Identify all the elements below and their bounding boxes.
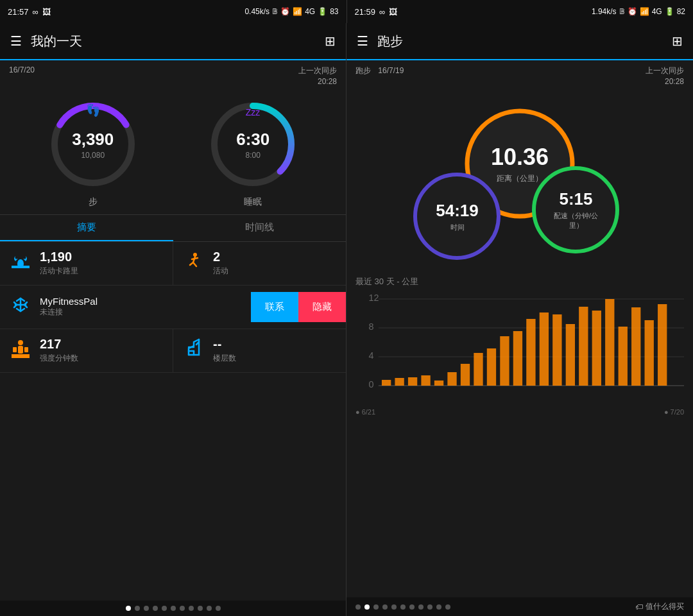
right-date: 16/7/19 xyxy=(378,66,404,75)
right-wifi-icon: 📶 xyxy=(640,7,649,16)
stats-grid: 1,190 活动卡路里 xyxy=(0,241,346,601)
left-date: 16/7/20 xyxy=(9,65,35,74)
dot-8[interactable] xyxy=(189,606,194,611)
svg-text:12: 12 xyxy=(368,293,379,303)
dot-2[interactable] xyxy=(135,606,140,611)
dot-5[interactable] xyxy=(162,606,167,611)
right-app-header: ☰ 跑步 ⊞ xyxy=(346,23,693,59)
dot-10[interactable] xyxy=(207,606,212,611)
right-dot-4[interactable] xyxy=(382,604,388,610)
calories-value: 1,190 xyxy=(40,250,78,264)
right-grid-icon[interactable]: ⊞ xyxy=(672,33,683,49)
calories-icon xyxy=(9,250,32,277)
myfitness-buttons: 联系 隐藏 xyxy=(251,292,346,322)
right-date-sync: 跑步 16/7/19 上一次同步 20:28 xyxy=(346,60,693,90)
left-sync-time: 20:28 xyxy=(298,76,337,87)
brand-icon: 🏷 xyxy=(635,603,643,612)
stats-row-1: 1,190 活动卡路里 xyxy=(0,242,346,286)
steps-gauge: 👣 3,390 10,080 xyxy=(45,96,141,193)
right-dot-2[interactable] xyxy=(364,604,370,610)
right-dot-7[interactable] xyxy=(409,604,415,610)
chart-section: 最近 30 天 - 公里 12 8 4 0 xyxy=(346,270,693,597)
right-app-title: 跑步 xyxy=(377,33,403,50)
app-container: ☰ 我的一天 ⊞ 16/7/20 上一次同步 20:28 xyxy=(0,23,693,616)
right-bluetooth-icon: 𝔹 xyxy=(619,7,625,16)
dot-11[interactable] xyxy=(216,606,221,611)
right-dot-8[interactable] xyxy=(418,604,424,610)
svg-rect-39 xyxy=(500,336,509,386)
right-dot-5[interactable] xyxy=(391,604,397,610)
svg-rect-44 xyxy=(566,324,575,386)
activity-label: 活动 xyxy=(213,266,228,277)
right-dot-3[interactable] xyxy=(373,604,379,610)
right-battery-pct: 82 xyxy=(677,7,685,16)
right-dot-10[interactable] xyxy=(436,604,441,610)
left-header-left: ☰ 我的一天 xyxy=(10,33,82,50)
svg-rect-42 xyxy=(540,312,549,386)
dot-3[interactable] xyxy=(144,606,149,611)
chart-x-start: ● 6/21 xyxy=(355,408,375,416)
connect-button[interactable]: 联系 xyxy=(251,292,298,322)
activity-content: 2 活动 xyxy=(213,250,228,277)
dot-1[interactable] xyxy=(126,606,131,611)
floors-value: -- xyxy=(213,337,236,352)
calories-content: 1,190 活动卡路里 xyxy=(40,250,78,277)
svg-rect-13 xyxy=(18,346,23,354)
svg-rect-36 xyxy=(461,364,470,386)
tab-summary[interactable]: 摘要 xyxy=(0,215,173,241)
intensity-icon xyxy=(9,337,32,364)
svg-rect-14 xyxy=(13,347,17,352)
pace-label: 配速（分钟/公里） xyxy=(547,211,605,230)
svg-rect-47 xyxy=(605,299,614,386)
right-time: 21:59 xyxy=(355,7,376,17)
right-dot-6[interactable] xyxy=(400,604,406,610)
left-image-icon: 🖼 xyxy=(42,7,51,17)
svg-rect-35 xyxy=(447,372,456,386)
stats-cell-floors: -- 楼层数 xyxy=(173,329,346,372)
dot-9[interactable] xyxy=(198,606,203,611)
dot-6[interactable] xyxy=(171,606,176,611)
pace-value: 5:15 xyxy=(547,189,605,209)
svg-text:👣: 👣 xyxy=(86,103,101,117)
left-grid-icon[interactable]: ⊞ xyxy=(325,33,336,49)
dot-4[interactable] xyxy=(153,606,158,611)
svg-rect-49 xyxy=(631,307,640,386)
status-bars: 21:57 ∞ 🖼 0.45k/s 𝔹 ⏰ 📶 4G 🔋 83 21:59 ∞ … xyxy=(0,0,693,23)
right-dot-11[interactable] xyxy=(445,604,450,610)
run-time-value: 54:19 xyxy=(436,201,479,221)
tab-timeline[interactable]: 时间线 xyxy=(173,215,346,241)
svg-rect-15 xyxy=(24,347,28,352)
svg-rect-50 xyxy=(645,320,654,386)
steps-gauge-wrapper: 👣 3,390 10,080 步 xyxy=(45,96,141,208)
right-speed: 1.94k/s xyxy=(592,7,617,16)
hide-button[interactable]: 隐藏 xyxy=(298,292,346,322)
right-dot-1[interactable] xyxy=(355,604,361,610)
svg-rect-37 xyxy=(474,353,483,386)
calories-label: 活动卡路里 xyxy=(40,266,78,277)
right-sync-info: 上一次同步 20:28 xyxy=(646,65,684,87)
svg-rect-51 xyxy=(658,304,667,386)
left-date-sync: 16/7/20 上一次同步 20:28 xyxy=(0,60,346,90)
right-panel: ☰ 跑步 ⊞ 跑步 16/7/19 上一次同步 20:28 xyxy=(346,23,693,616)
intensity-label: 强度分钟数 xyxy=(40,353,78,364)
svg-text:0: 0 xyxy=(368,379,373,389)
brand-text: 🏷 值什么得买 xyxy=(635,601,684,612)
floors-content: -- 楼层数 xyxy=(213,337,236,364)
left-app-header: ☰ 我的一天 ⊞ xyxy=(0,23,346,59)
left-status-bar: 21:57 ∞ 🖼 0.45k/s 𝔹 ⏰ 📶 4G 🔋 83 xyxy=(0,0,346,23)
right-battery: 🔋 xyxy=(665,7,674,16)
svg-rect-41 xyxy=(526,319,535,386)
dot-7[interactable] xyxy=(180,606,185,611)
left-signal-icon: 4G xyxy=(305,7,315,16)
myfitness-row: MyFitnessPal 未连接 联系 隐藏 xyxy=(0,286,346,329)
left-hamburger-icon[interactable]: ☰ xyxy=(10,33,22,49)
svg-point-12 xyxy=(18,340,23,345)
right-header-left: ☰ 跑步 xyxy=(357,33,403,50)
left-time: 21:57 xyxy=(8,7,29,17)
sleep-gauge-wrapper: Zzz 6:30 8:00 睡眠 xyxy=(205,96,301,208)
right-hamburger-icon[interactable]: ☰ xyxy=(357,33,368,49)
svg-rect-48 xyxy=(619,327,628,386)
right-bottom: 🏷 值什么得买 xyxy=(346,597,693,616)
right-dot-9[interactable] xyxy=(427,604,432,610)
left-sync-info: 上一次同步 20:28 xyxy=(298,65,337,87)
